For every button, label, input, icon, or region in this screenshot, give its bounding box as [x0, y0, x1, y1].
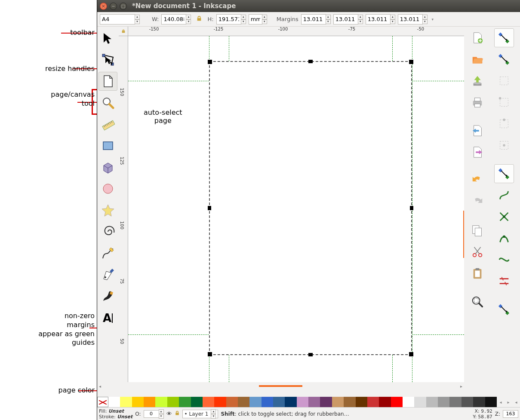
node-tool[interactable]: [98, 50, 117, 69]
color-swatch[interactable]: [297, 397, 308, 407]
layer-lock-icon[interactable]: [175, 411, 180, 417]
page-tool[interactable]: [98, 72, 117, 91]
paste-button[interactable]: [468, 264, 487, 283]
print-button[interactable]: [468, 93, 487, 112]
snap-bbox-midpoint[interactable]: [494, 114, 514, 133]
color-swatch[interactable]: [403, 397, 414, 407]
star-tool[interactable]: [98, 201, 117, 220]
color-swatch[interactable]: [155, 397, 167, 407]
selector-tool[interactable]: [98, 29, 117, 48]
window-minimize-button[interactable]: −: [110, 3, 117, 10]
circle-tool[interactable]: [98, 179, 117, 198]
snap-path[interactable]: [494, 186, 514, 205]
calligraphy-tool[interactable]: [98, 287, 117, 306]
zoom-selection-button[interactable]: [468, 292, 487, 311]
color-swatch[interactable]: [485, 397, 497, 407]
width-input[interactable]: ▴▾: [161, 14, 191, 25]
spiral-tool[interactable]: [98, 222, 117, 241]
resize-handle-br[interactable]: [409, 352, 413, 356]
save-button[interactable]: [468, 71, 487, 90]
resize-handle-bl[interactable]: [208, 352, 212, 356]
zoom-tool[interactable]: [98, 93, 117, 112]
undo-button[interactable]: [468, 171, 487, 190]
color-swatch[interactable]: [262, 397, 273, 407]
ruler-origin[interactable]: [119, 27, 128, 36]
color-swatch[interactable]: [356, 397, 367, 407]
color-swatch[interactable]: [214, 397, 226, 407]
color-swatch[interactable]: [332, 397, 344, 407]
margin-right-input[interactable]: ▴▾: [333, 14, 363, 25]
color-swatch[interactable]: [320, 397, 332, 407]
opacity-input[interactable]: ▴▾: [144, 409, 164, 419]
measure-tool[interactable]: [98, 115, 117, 134]
resize-handle-ml[interactable]: [208, 206, 211, 210]
color-swatch[interactable]: [438, 397, 449, 407]
snap-midpoint[interactable]: [494, 272, 514, 291]
text-tool[interactable]: A: [98, 308, 117, 327]
color-swatch[interactable]: [238, 397, 249, 407]
horizontal-scrollbar[interactable]: ◂ ▸: [97, 382, 464, 390]
color-swatch[interactable]: [379, 397, 391, 407]
snap-cusp[interactable]: [494, 229, 514, 248]
color-swatch[interactable]: [132, 397, 144, 407]
import-button[interactable]: [468, 121, 487, 140]
margin-left-input[interactable]: ▴▾: [398, 14, 428, 25]
resize-handle-mr[interactable]: [410, 206, 413, 210]
page-rect[interactable]: [209, 61, 412, 355]
open-button[interactable]: [468, 50, 487, 69]
palette-scroll-left-icon[interactable]: ◂: [497, 397, 505, 407]
color-swatch[interactable]: [249, 397, 261, 407]
page-preset-combo[interactable]: ▴▾: [100, 14, 140, 25]
pencil-tool[interactable]: [98, 244, 117, 263]
window-close-button[interactable]: ✕: [100, 3, 107, 10]
snap-toggle[interactable]: [494, 28, 514, 47]
snap-smooth[interactable]: [494, 250, 514, 269]
color-swatch[interactable]: [179, 397, 191, 407]
pen-tool[interactable]: [98, 265, 117, 284]
snap-bbox-center[interactable]: [494, 136, 514, 155]
unit-combo[interactable]: ▴▾: [249, 14, 267, 25]
resize-handle-tl[interactable]: [208, 60, 212, 64]
palette-scroll-right-icon[interactable]: ▸: [505, 397, 512, 407]
resize-handle-tr[interactable]: [409, 60, 413, 64]
color-swatch[interactable]: [426, 397, 438, 407]
color-swatch[interactable]: [120, 397, 132, 407]
color-swatch[interactable]: [285, 397, 296, 407]
zoom-input[interactable]: [503, 410, 518, 418]
scroll-right-icon[interactable]: ▸: [460, 384, 462, 389]
snap-bbox[interactable]: [494, 50, 514, 69]
color-swatch[interactable]: [108, 397, 120, 407]
ruler-horizontal[interactable]: -150 -125 -100 -75 -50 -25: [128, 27, 464, 36]
color-swatch[interactable]: [203, 397, 214, 407]
layer-selector[interactable]: • Layer 1 ▴▾: [182, 410, 218, 418]
margin-top-input[interactable]: ▴▾: [301, 14, 331, 25]
export-button[interactable]: [468, 143, 487, 162]
color-swatch[interactable]: [273, 397, 285, 407]
palette-menu-icon[interactable]: ◂: [512, 397, 520, 407]
canvas[interactable]: [128, 36, 464, 382]
color-swatch[interactable]: [414, 397, 426, 407]
no-color-swatch[interactable]: [97, 397, 108, 407]
height-input[interactable]: ▴▾: [216, 14, 246, 25]
color-swatch[interactable]: [308, 397, 320, 407]
color-swatch[interactable]: [449, 397, 461, 407]
resize-handle-tm[interactable]: [308, 60, 313, 63]
snap-bbox-edge[interactable]: [494, 71, 514, 90]
snap-other[interactable]: [494, 300, 514, 319]
color-swatch[interactable]: [391, 397, 403, 407]
color-swatch[interactable]: [462, 397, 473, 407]
ruler-vertical[interactable]: 150 125 100 75 50: [119, 36, 128, 382]
color-swatch[interactable]: [167, 397, 179, 407]
copy-button[interactable]: [468, 221, 487, 240]
color-swatch[interactable]: [367, 397, 379, 407]
color-swatch[interactable]: [226, 397, 238, 407]
color-swatch[interactable]: [144, 397, 155, 407]
toolbar-overflow-icon[interactable]: ▾: [430, 14, 435, 25]
lock-icon[interactable]: [194, 15, 205, 23]
window-maximize-button[interactable]: □: [120, 3, 127, 10]
rectangle-tool[interactable]: [98, 136, 117, 155]
color-swatch[interactable]: [473, 397, 485, 407]
snap-bbox-corner[interactable]: [494, 93, 514, 112]
box3d-tool[interactable]: [98, 158, 117, 177]
snap-nodes[interactable]: [494, 164, 514, 183]
